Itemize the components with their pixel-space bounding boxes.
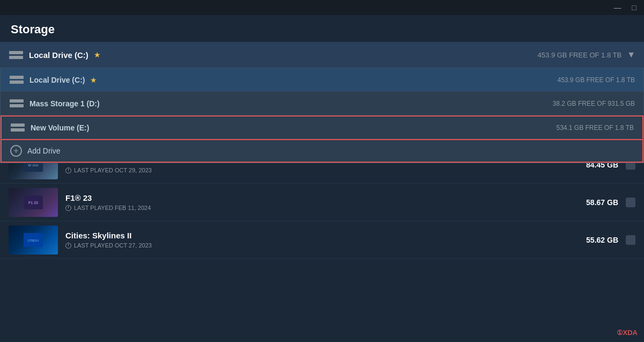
game-last-played-battlefield: LAST PLAYED OCT 29, 2023 xyxy=(65,167,568,173)
page-header: Storage xyxy=(0,15,644,42)
game-thumb-f1: F1 23 xyxy=(9,188,58,217)
game-sub-battlefield: LAST PLAYED OCT 29, 2023 xyxy=(65,167,568,173)
game-name-cities: Cities: Skylines II xyxy=(65,231,568,240)
clock-icon-f1 xyxy=(65,205,71,211)
drive-item-d-left: Mass Storage 1 (D:) xyxy=(9,98,100,110)
game-size-f1: 58.67 GB xyxy=(575,198,618,207)
svg-text:BF 2042: BF 2042 xyxy=(28,164,39,167)
game-name-f1: F1® 23 xyxy=(65,193,568,202)
minimize-button[interactable]: — xyxy=(611,2,625,13)
clock-icon-battlefield xyxy=(65,168,71,173)
drive-dropdown: Local Drive (C:) ★ 453.9 GB FREE OF 1.8 … xyxy=(0,68,644,163)
drive-selector-label: Local Drive (C:) xyxy=(29,50,88,60)
drive-d-size: 38.2 GB FREE OF 931.5 GB xyxy=(553,100,635,107)
chevron-down-icon: ▼ xyxy=(627,50,635,60)
drive-e-name: New Volume (E:) xyxy=(31,123,89,132)
drive-icon-c xyxy=(9,74,24,86)
watermark: ①XDA xyxy=(617,329,638,337)
svg-text:CITIES II: CITIES II xyxy=(28,239,39,242)
game-sub-f1: LAST PLAYED FEB 11, 2024 xyxy=(65,205,568,211)
drive-item-c-left: Local Drive (C:) ★ xyxy=(9,74,97,86)
game-row-cities[interactable]: CITIES II Cities: Skylines II LAST PLAYE… xyxy=(0,221,644,259)
drive-e-size: 534.1 GB FREE OF 1.8 TB xyxy=(556,124,634,132)
drive-icon xyxy=(9,49,24,61)
add-drive-label: Add Drive xyxy=(27,147,60,155)
game-info-f1: F1® 23 LAST PLAYED FEB 11, 2024 xyxy=(65,193,568,211)
game-last-played-f1: LAST PLAYED FEB 11, 2024 xyxy=(65,205,568,211)
game-thumb-inner-f1: F1 23 xyxy=(9,188,58,217)
drive-selector-bar[interactable]: Local Drive (C:) ★ 453.9 GB FREE OF 1.8 … xyxy=(0,42,644,68)
drive-item-e[interactable]: New Volume (E:) 534.1 GB FREE OF 1.8 TB xyxy=(1,115,643,139)
drive-item-e-left: New Volume (E:) xyxy=(10,122,89,134)
drive-icon-d xyxy=(9,98,24,110)
drive-c-name: Local Drive (C:) xyxy=(29,76,85,84)
title-bar: — □ xyxy=(0,0,644,15)
clock-icon-cities xyxy=(65,243,71,249)
game-checkbox-f1[interactable] xyxy=(626,198,635,207)
drive-c-size: 453.9 GB FREE OF 1.8 TB xyxy=(557,76,635,84)
page-title: Storage xyxy=(11,23,55,36)
drive-item-d[interactable]: Mass Storage 1 (D:) 38.2 GB FREE OF 931.… xyxy=(1,92,643,115)
svg-text:F1 23: F1 23 xyxy=(28,201,38,205)
add-drive-icon: + xyxy=(10,145,22,157)
game-info-cities: Cities: Skylines II LAST PLAYED OCT 27, … xyxy=(65,231,568,249)
game-sub-cities: LAST PLAYED OCT 27, 2023 xyxy=(65,242,568,249)
drive-selector-left: Local Drive (C:) ★ xyxy=(9,49,101,61)
game-last-played-cities: LAST PLAYED OCT 27, 2023 xyxy=(65,242,568,249)
drive-selector-right: 453.9 GB FREE OF 1.8 TB ▼ xyxy=(538,50,635,60)
game-checkbox-cities[interactable] xyxy=(626,235,635,245)
game-thumb-cities: CITIES II xyxy=(9,225,58,254)
game-size-cities: 55.62 GB xyxy=(575,236,618,244)
star-icon: ★ xyxy=(94,50,101,59)
drive-d-name: Mass Storage 1 (D:) xyxy=(29,99,100,108)
drive-c-star: ★ xyxy=(90,76,97,84)
drive-icon-e xyxy=(10,122,25,134)
maximize-button[interactable]: □ xyxy=(629,2,640,13)
drive-free-space: 453.9 GB FREE OF 1.8 TB xyxy=(538,51,622,59)
drive-item-c[interactable]: Local Drive (C:) ★ 453.9 GB FREE OF 1.8 … xyxy=(1,68,643,92)
game-thumb-inner-cities: CITIES II xyxy=(9,225,58,254)
add-drive-item[interactable]: + Add Drive xyxy=(1,139,643,163)
game-row-f1[interactable]: F1 23 F1® 23 LAST PLAYED FEB 11, 2024 58… xyxy=(0,184,644,221)
